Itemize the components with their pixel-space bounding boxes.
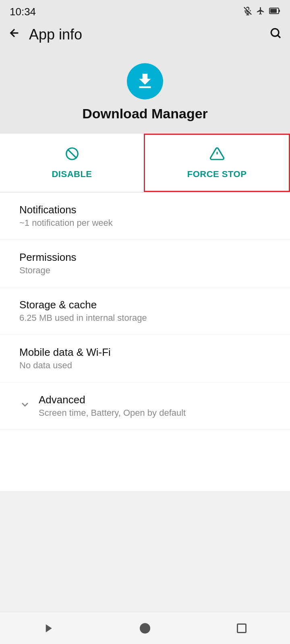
svg-marker-13 <box>46 624 52 632</box>
permissions-subtitle: Storage <box>19 265 271 276</box>
svg-rect-4 <box>270 9 277 13</box>
nav-back-button[interactable] <box>36 616 60 640</box>
app-header: Download Manager <box>0 51 290 134</box>
settings-list: Notifications ~1 notification per week P… <box>0 192 290 491</box>
app-icon <box>127 63 163 99</box>
nav-recents-button[interactable] <box>230 616 254 640</box>
disable-label: DISABLE <box>52 169 92 180</box>
app-bar: App info <box>0 22 290 51</box>
content-spacer <box>0 491 290 612</box>
nav-home-button[interactable] <box>133 616 157 640</box>
notifications-title: Notifications <box>19 204 271 216</box>
bottom-navigation <box>0 612 290 644</box>
storage-content: Storage & cache 6.25 MB used in internal… <box>19 299 271 323</box>
mobile-data-content: Mobile data & Wi-Fi No data used <box>19 346 271 371</box>
advanced-content: Advanced Screen time, Battery, Open by d… <box>39 394 271 418</box>
page-title: App info <box>29 26 82 43</box>
force-stop-label: FORCE STOP <box>187 169 247 180</box>
app-bar-left: App info <box>8 26 82 43</box>
storage-subtitle: 6.25 MB used in internal storage <box>19 313 271 323</box>
disable-button[interactable]: DISABLE <box>0 134 144 192</box>
svg-point-7 <box>271 29 279 36</box>
svg-rect-5 <box>279 10 280 12</box>
svg-line-8 <box>278 35 280 38</box>
notifications-content: Notifications ~1 notification per week <box>19 204 271 228</box>
chevron-down-icon <box>19 399 31 413</box>
battery-icon <box>269 7 280 17</box>
advanced-item[interactable]: Advanced Screen time, Battery, Open by d… <box>0 382 290 430</box>
status-bar: 10:34 <box>0 0 290 22</box>
mobile-data-title: Mobile data & Wi-Fi <box>19 346 271 359</box>
app-name: Download Manager <box>82 106 208 122</box>
action-buttons: DISABLE FORCE STOP <box>0 134 290 192</box>
notifications-subtitle: ~1 notification per week <box>19 218 271 228</box>
disable-icon <box>64 146 80 165</box>
back-button[interactable] <box>8 27 21 43</box>
mute-icon <box>243 6 252 17</box>
permissions-item[interactable]: Permissions Storage <box>0 240 290 287</box>
force-stop-button[interactable]: FORCE STOP <box>144 134 290 192</box>
force-stop-icon <box>209 146 225 165</box>
recents-square <box>237 623 246 633</box>
status-time: 10:34 <box>10 6 36 18</box>
airplane-icon <box>256 6 265 17</box>
search-button[interactable] <box>269 27 282 43</box>
advanced-title: Advanced <box>39 394 271 406</box>
home-circle <box>140 623 150 634</box>
status-icons <box>243 6 280 17</box>
notifications-item[interactable]: Notifications ~1 notification per week <box>0 192 290 240</box>
permissions-title: Permissions <box>19 251 271 264</box>
storage-item[interactable]: Storage & cache 6.25 MB used in internal… <box>0 287 290 335</box>
svg-line-10 <box>67 149 76 158</box>
permissions-content: Permissions Storage <box>19 251 271 276</box>
advanced-subtitle: Screen time, Battery, Open by default <box>39 408 271 418</box>
storage-title: Storage & cache <box>19 299 271 311</box>
mobile-data-subtitle: No data used <box>19 360 271 371</box>
mobile-data-item[interactable]: Mobile data & Wi-Fi No data used <box>0 335 290 382</box>
